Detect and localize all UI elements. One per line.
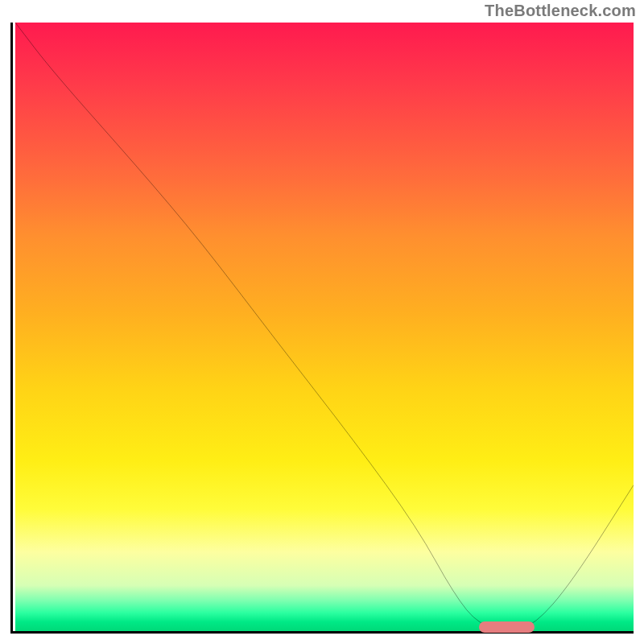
plot-area xyxy=(15,23,634,631)
attribution-text: TheBottleneck.com xyxy=(485,2,636,20)
chart-container: TheBottleneck.com xyxy=(0,0,644,644)
plot-frame xyxy=(10,23,634,634)
optimal-range-marker xyxy=(479,621,535,633)
bottleneck-curve xyxy=(15,23,634,631)
